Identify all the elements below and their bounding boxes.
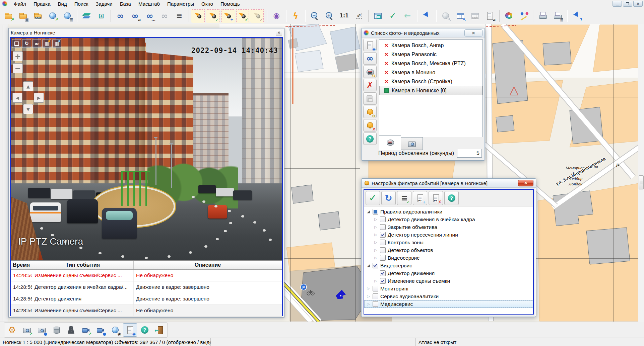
exit-button[interactable] <box>152 323 167 337</box>
video-cameras-tab[interactable] <box>379 135 401 150</box>
layer-list-button[interactable] <box>79 9 93 23</box>
expander-open-icon[interactable] <box>366 263 371 268</box>
zoom-in-button[interactable]: + <box>322 9 336 23</box>
open-database-button[interactable]: ▣ <box>16 9 30 23</box>
select-add-button[interactable]: + <box>221 9 235 23</box>
video-from-folder-button[interactable]: ↗ <box>79 323 93 337</box>
ptz-zoom-out-button[interactable] <box>13 63 23 73</box>
video-from-internet-button[interactable]: ● <box>93 323 108 337</box>
media-data-list-button[interactable]: ◉ <box>123 323 137 337</box>
camera-window-titlebar[interactable]: Камера в Ногинске <box>9 28 284 37</box>
save-button[interactable] <box>363 92 377 105</box>
menu-item-1[interactable]: Файл <box>10 0 30 7</box>
expander-closed-icon[interactable] <box>374 256 378 260</box>
select-clear-button[interactable]: ✗ <box>250 9 264 23</box>
open-dbm-button[interactable]: DBM <box>31 9 45 23</box>
delete-camera-button[interactable]: ✗ <box>363 79 377 91</box>
video-refresh-button[interactable] <box>22 39 31 48</box>
tree-item[interactable]: Детектор движения в ячейках кадра <box>364 215 533 223</box>
task-apply-button[interactable]: ✓ <box>386 9 400 23</box>
menu-item-8[interactable]: Параметры <box>164 0 198 7</box>
tree-item[interactable]: Детектор пересечения линии <box>364 231 533 239</box>
checkbox-off[interactable] <box>380 247 386 253</box>
expander-closed-icon[interactable] <box>366 286 371 291</box>
help-button[interactable] <box>363 133 377 145</box>
pointer-button[interactable] <box>420 9 434 23</box>
checkbox-off[interactable] <box>380 224 386 230</box>
open-map-button[interactable]: ↗ <box>1 9 15 23</box>
ptz-zoom-in-button[interactable] <box>13 51 23 61</box>
select-area-button[interactable] <box>191 9 205 23</box>
expander-open-icon[interactable] <box>366 209 371 214</box>
checkbox-on[interactable] <box>380 232 386 238</box>
checkbox-off[interactable] <box>373 286 378 291</box>
camera-settings-button[interactable]: ⚙ <box>363 66 377 78</box>
tree-item[interactable]: Детектор движения <box>364 269 533 277</box>
camera-list-item[interactable]: Камера Bosch, Ангар <box>379 41 482 50</box>
map-window-button[interactable] <box>371 9 385 23</box>
restore-button[interactable] <box>623 1 632 7</box>
measurements-button[interactable] <box>517 9 531 23</box>
print-report-button[interactable]: ≣ <box>551 9 565 23</box>
alert-settings-button[interactable]: ⚙ <box>363 106 377 118</box>
ptz-right-button[interactable] <box>34 93 44 103</box>
help-button[interactable] <box>444 191 459 205</box>
video-fullscreen-button[interactable] <box>12 39 21 48</box>
video-view[interactable]: 2022-09-14 14:40:43 IP PTZ Camera <box>11 38 282 260</box>
web-cameras-button[interactable]: ◉ <box>108 323 122 337</box>
video-plan-alert-button[interactable] <box>42 39 51 48</box>
search-advanced-button[interactable]: … <box>143 9 157 23</box>
zoom-out-button[interactable]: − <box>308 9 322 23</box>
event-row[interactable]: 14:28:56Детектор движенияДвижение в кадр… <box>11 293 282 305</box>
expander-closed-icon[interactable] <box>374 240 378 245</box>
select-in-dbm-button[interactable]: DBM <box>468 9 482 23</box>
search-repeat-button[interactable] <box>157 9 172 23</box>
filter-dialog-titlebar[interactable]: Настройка фильтра событий [Камера в Ноги… <box>362 179 536 188</box>
checkbox-off[interactable] <box>380 240 386 245</box>
photo-from-folder-button[interactable]: ↗ <box>20 323 34 337</box>
expander-closed-icon[interactable] <box>366 294 371 298</box>
tree-item[interactable]: Контроль зоны <box>364 239 533 246</box>
event-row[interactable]: 14:28:56Изменение сцены съемки/Сервис ..… <box>11 270 282 281</box>
ptz-left-button[interactable] <box>12 93 22 103</box>
tree-item[interactable]: Закрытие объектива <box>364 223 533 231</box>
camera-list-item[interactable]: Камера Bosch (Стройка) <box>379 77 482 86</box>
photo-database-button[interactable] <box>49 323 63 337</box>
task-run-button[interactable]: ϟ <box>288 9 303 23</box>
update-period-input[interactable] <box>457 149 482 158</box>
video-plan-view-button[interactable] <box>52 39 61 48</box>
search-button[interactable] <box>113 9 127 23</box>
event-row[interactable]: 14:28:56Детектор движения в ячейках кадр… <box>11 281 282 293</box>
camera-list-item[interactable]: Камера Bosch, Мексика (PTZ) <box>379 59 482 68</box>
checkbox-on[interactable] <box>380 270 386 276</box>
find-camera-button[interactable] <box>363 52 377 65</box>
select-in-table-button[interactable]: ↖ <box>453 9 467 23</box>
menu-item-10[interactable]: Помощь <box>217 0 244 7</box>
objects-list-button[interactable]: ≡ <box>172 9 186 23</box>
checkbox-off[interactable] <box>373 301 378 307</box>
step-back-button[interactable]: ← <box>400 9 414 23</box>
checkbox-on[interactable] <box>373 263 378 268</box>
select-objects-button[interactable]: ✓ <box>206 9 220 23</box>
tree-item[interactable]: Видеосервис <box>364 254 533 262</box>
media-dialog-close-button[interactable] <box>464 29 482 36</box>
scrollbar-thumb[interactable] <box>639 175 644 189</box>
expander-closed-icon[interactable] <box>374 217 378 222</box>
photo-from-internet-button[interactable]: ● <box>35 323 49 337</box>
menu-item-5[interactable]: Задачи <box>92 0 116 7</box>
view-3d-button[interactable]: ◉ <box>269 9 283 23</box>
tree-item[interactable]: Видеосервис <box>364 262 533 269</box>
open-geoportal-button[interactable]: ≣ <box>60 9 74 23</box>
menu-item-3[interactable]: Вид <box>54 0 71 7</box>
checkbox-partial[interactable] <box>373 209 378 214</box>
ptz-down-button[interactable] <box>23 104 33 114</box>
video-search-button[interactable] <box>32 39 41 48</box>
checkbox-off[interactable] <box>373 293 378 299</box>
ptz-up-button[interactable] <box>23 81 33 91</box>
map-scrollbar[interactable] <box>638 24 644 322</box>
refresh-button[interactable]: ↻ <box>381 191 396 205</box>
legend-button[interactable]: ⊞ <box>94 9 108 23</box>
search-by-name-button[interactable]: a <box>128 9 142 23</box>
menu-item-6[interactable]: База <box>116 0 135 7</box>
settings-button[interactable]: ⚙ <box>5 323 19 337</box>
